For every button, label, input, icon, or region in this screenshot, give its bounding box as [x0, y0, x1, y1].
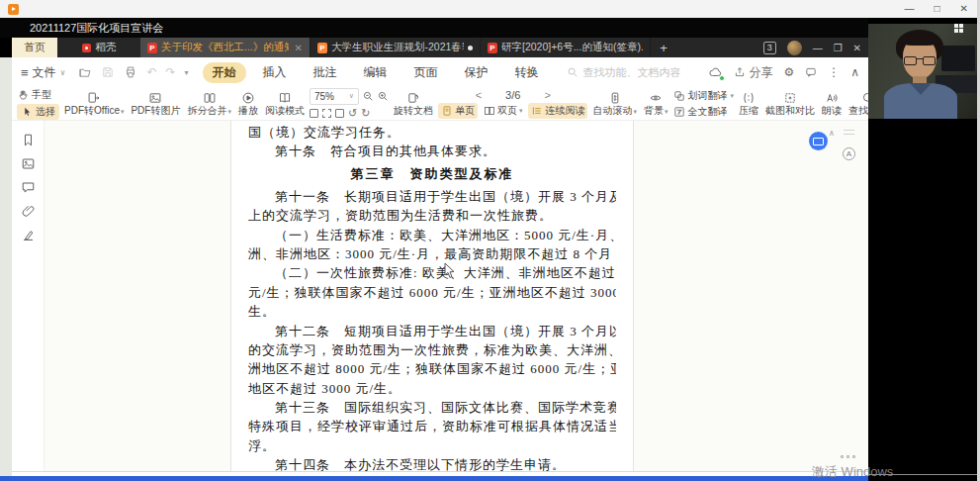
background-button[interactable]: 背景▾ [642, 91, 670, 116]
full-translate-button[interactable]: 全文翻译 [673, 105, 735, 119]
comment-icon[interactable] [21, 180, 36, 195]
document-line: 元/生；独联体国家不超过 6000 元/生；亚洲地区不超过 3000 元/ [248, 283, 616, 302]
cloud-sync-icon[interactable] [708, 65, 723, 80]
docer-icon [82, 44, 91, 52]
rotate-right-icon[interactable]: ↻ [361, 107, 370, 120]
document-line: 第十一条 长期项目适用于学生出国（境）开展 3 个月及以 [248, 187, 616, 206]
tab-home[interactable]: 首页 [12, 38, 57, 57]
wps-restore-button[interactable]: ❐ [834, 43, 843, 53]
pdf-to-office-button[interactable]: PDF转Office▾ [62, 91, 126, 116]
avatar[interactable] [787, 41, 802, 55]
select-tool-button[interactable]: 选择 [17, 104, 59, 120]
document-line: （一）生活费标准：欧美、大洋洲地区：5000 元/生·月、亚 [248, 226, 616, 244]
menu-tab-页面[interactable]: 页面 [404, 62, 448, 83]
chevron-down-icon: ∨ [60, 68, 66, 77]
video-progress-bar[interactable] [0, 476, 868, 481]
zoom-level-select[interactable]: 75% ∨ [310, 88, 359, 105]
rotate-doc-button[interactable]: 旋转文档 [392, 91, 435, 116]
file-menu-button[interactable]: ≡ 文件 ∨ [21, 64, 65, 81]
split-merge-button[interactable]: 拆分合并▾ [185, 91, 233, 116]
auto-scroll-button[interactable]: 自动滚动▾ [590, 91, 639, 116]
read-aloud-button[interactable]: 朗读 [820, 91, 844, 116]
settings-gear-icon[interactable]: ⚙ [783, 66, 794, 78]
pdf-to-image-button[interactable]: PDF转图片 [129, 91, 182, 116]
share-button[interactable]: 分享 [734, 64, 772, 81]
zoom-out-icon[interactable] [362, 90, 374, 102]
zoom-in-icon[interactable] [377, 90, 389, 102]
signature-icon[interactable] [21, 228, 36, 242]
fit-selection-icon[interactable] [335, 109, 344, 118]
menu-tab-保护[interactable]: 保护 [455, 62, 498, 83]
scrollbar-thumb[interactable] [844, 130, 854, 135]
find-replace-button[interactable]: 查找替换 [846, 91, 868, 116]
player-close-button[interactable]: ✕ [960, 0, 968, 18]
document-tab[interactable]: P研字[2020]+6号...的通知(签章).pdf [481, 38, 651, 57]
document-tab[interactable]: P关于印发《西北工...》的通知.pdf✕ [140, 38, 311, 57]
full-translate-icon [673, 106, 685, 118]
save-icon[interactable] [101, 65, 115, 79]
rotate-left-icon[interactable]: ↺ [348, 107, 357, 120]
feedback-icon[interactable] [805, 66, 817, 78]
actual-size-icon[interactable] [310, 109, 318, 118]
compress-button[interactable]: 压缩 [737, 91, 760, 116]
double-page-button[interactable]: 双页 ▾ [481, 103, 526, 119]
close-tab-icon[interactable]: ✕ [293, 43, 303, 53]
wps-tab-bar: 首页 稻壳 P关于印发《西北工...》的通知.pdf✕P大学生职业生涯规划-20… [12, 38, 868, 57]
wps-ribbon: 手型 选择 PDF转Office▾ PDF转图片 拆分合并▾ [12, 87, 868, 121]
more-menu-icon[interactable]: ⋮ [828, 66, 840, 78]
prev-page-button[interactable]: < [476, 89, 482, 101]
webcam-video[interactable] [868, 24, 977, 119]
wps-close-button[interactable]: ✕ [853, 43, 861, 53]
menu-tab-编辑[interactable]: 编辑 [354, 62, 398, 83]
continuous-read-icon [531, 105, 543, 117]
tab-docer[interactable]: 稻壳 [57, 38, 140, 57]
doc-count-badge[interactable]: 3 [763, 42, 776, 54]
document-tab[interactable]: P大学生职业生涯规划-2021春季学期 [311, 38, 481, 57]
activate-windows-watermark: 激活 Windows [812, 463, 893, 481]
screenshot-compare-button[interactable]: 截图和对比 [763, 91, 817, 116]
search-box[interactable]: 查找功能、文档内容 [567, 65, 681, 80]
chevron-down-icon: ▾ [519, 107, 523, 115]
attachment-icon[interactable] [21, 204, 36, 219]
next-page-button[interactable]: > [544, 89, 550, 101]
single-page-icon [441, 105, 453, 117]
menu-tab-转换[interactable]: 转换 [505, 62, 549, 83]
document-line: 洲地区不超过 8000 元/生；独联体国家不超过 6000 元/生；亚洲 [248, 359, 616, 378]
new-tab-button[interactable]: + [651, 38, 676, 57]
screenshot-icon [783, 91, 797, 105]
menu-tab-开始[interactable]: 开始 [203, 62, 246, 83]
continuous-read-button[interactable]: 连续阅读 [528, 103, 587, 119]
find-on-page-icon[interactable]: A [843, 147, 855, 160]
menu-tab-批注[interactable]: 批注 [304, 62, 347, 83]
play-button[interactable]: 播放 [236, 91, 260, 116]
crop-page-icon[interactable] [322, 109, 331, 118]
player-maximize-button[interactable]: □ [935, 0, 940, 18]
page-indicator[interactable]: 3/6 [505, 89, 520, 101]
split-merge-icon [203, 91, 217, 105]
hand-tool-button[interactable]: 手型 [17, 88, 59, 102]
wps-minimize-button[interactable]: — [813, 43, 823, 53]
read-mode-button[interactable]: 阅读模式 [263, 91, 307, 116]
redo-icon[interactable]: ↷ [166, 65, 176, 79]
menu-tab-插入[interactable]: 插入 [253, 62, 297, 83]
share-label: 分享 [749, 64, 772, 81]
collapse-ribbon-icon[interactable]: ∧ [850, 66, 859, 78]
screen: — □ ✕ 20211127国际化项目宣讲会 首页 稻壳 P关于印发《西北工..… [0, 0, 980, 481]
word-translate-button[interactable]: 划词翻译 ▾ [673, 89, 735, 103]
scroll-up-icon[interactable]: ∧ [829, 129, 835, 138]
qat-more-icon[interactable]: ▾ [185, 68, 189, 77]
find-replace-icon [861, 91, 868, 105]
bookmark-icon[interactable] [21, 133, 36, 147]
double-page-icon [484, 105, 495, 117]
single-page-button[interactable]: 单页 [438, 103, 478, 119]
compress-icon [742, 91, 756, 105]
undo-icon[interactable]: ↶ [146, 65, 156, 79]
player-minimize-button[interactable]: — [905, 0, 915, 18]
wps-assistant-button[interactable] [809, 132, 828, 150]
print-icon[interactable] [124, 65, 137, 79]
doc-tabs: P关于印发《西北工...》的通知.pdf✕P大学生职业生涯规划-2021春季学期… [140, 38, 651, 57]
open-folder-icon[interactable] [78, 65, 92, 79]
layout-grid-icon[interactable] [954, 24, 963, 33]
thumbnail-icon[interactable] [21, 156, 36, 171]
pdf-page[interactable]: 国（境）交流学习任务。第十条 符合项目的其他具体要求。第三章 资助类型及标准第十… [230, 121, 634, 471]
